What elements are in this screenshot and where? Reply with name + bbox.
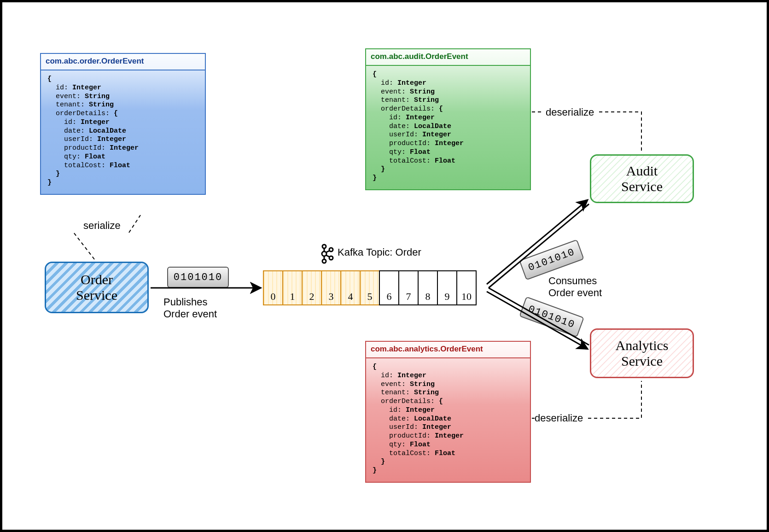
partition-cell: 6	[379, 270, 399, 305]
schema-analytics-event: com.abc.analytics.OrderEvent { id: Integ…	[365, 341, 531, 483]
schema-title: com.abc.audit.OrderEvent	[366, 49, 530, 66]
partition-cell: 5	[360, 270, 380, 305]
kafka-topic: 012345678910	[264, 270, 477, 305]
partition-cell: 3	[321, 270, 341, 305]
kafka-icon	[319, 244, 334, 264]
partition-cell: 0	[263, 270, 283, 305]
kafka-topic-label: Kafka Topic: Order	[338, 246, 421, 258]
schema-body: { id: Integer event: String tenant: Stri…	[41, 70, 205, 194]
packet-to-audit: 0101010	[519, 239, 584, 280]
partition-cell: 2	[302, 270, 322, 305]
partition-cell: 4	[340, 270, 361, 305]
partition-cell: 1	[282, 270, 303, 305]
audit-service-box: Audit Service	[590, 154, 694, 203]
consumes-label: Consumes Order event	[548, 275, 602, 299]
svg-line-7	[326, 251, 330, 252]
svg-line-8	[326, 255, 330, 257]
packet-to-analytics: 0101010	[519, 296, 584, 337]
serialize-label: serialize	[83, 220, 121, 232]
svg-point-0	[322, 245, 326, 248]
svg-point-1	[322, 251, 326, 256]
partition-cell: 10	[456, 270, 477, 305]
order-service-box: Order Service	[45, 262, 149, 313]
svg-point-2	[322, 259, 326, 263]
partition-cell: 8	[418, 270, 438, 305]
schema-body: { id: Integer event: String tenant: Stri…	[366, 66, 530, 189]
publishes-label: Publishes Order event	[163, 296, 217, 320]
diagram-canvas: com.abc.order.OrderEvent { id: Integer e…	[0, 0, 769, 532]
deserialize-top-label: deserialize	[546, 106, 594, 118]
partition-cell: 7	[398, 270, 419, 305]
packet-publish: 0101010	[167, 267, 229, 288]
analytics-service-box: Analytics Service	[590, 328, 694, 378]
schema-title: com.abc.order.OrderEvent	[41, 54, 205, 70]
deserialize-bottom-label: deserialize	[535, 412, 583, 424]
partition-cell: 9	[437, 270, 457, 305]
schema-body: { id: Integer event: String tenant: Stri…	[366, 358, 530, 482]
schema-order-event: com.abc.order.OrderEvent { id: Integer e…	[40, 53, 206, 195]
schema-audit-event: com.abc.audit.OrderEvent { id: Integer e…	[365, 48, 531, 190]
schema-title: com.abc.analytics.OrderEvent	[366, 342, 530, 358]
